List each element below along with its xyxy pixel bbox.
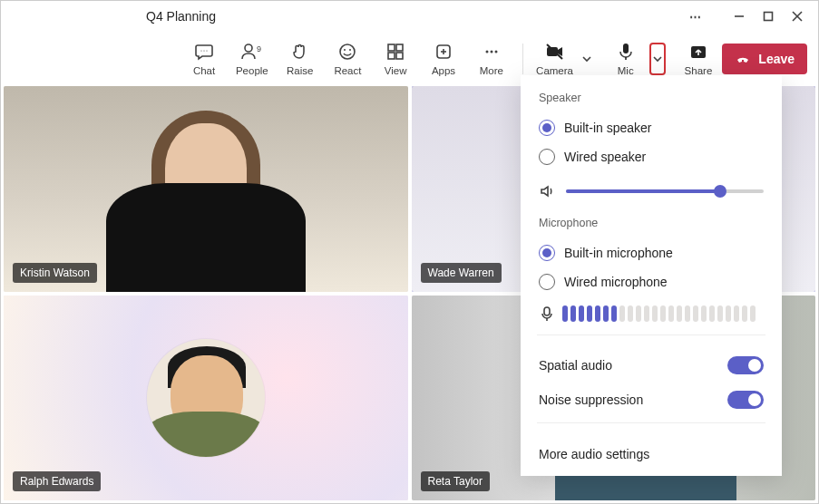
window-title: Q4 Planning: [146, 9, 216, 24]
mic-section-label: Microphone: [539, 217, 764, 229]
raise-hand-button[interactable]: Raise: [276, 42, 324, 76]
svg-point-5: [203, 50, 204, 51]
mic-option[interactable]: Built-in microphone: [539, 238, 764, 267]
camera-dropdown[interactable]: [579, 43, 595, 75]
radio-unselected-icon: [539, 274, 555, 290]
view-label: View: [385, 65, 407, 76]
chat-button[interactable]: Chat: [180, 42, 229, 76]
audio-settings-panel: Speaker Built-in speaker Wired speaker M…: [521, 75, 782, 476]
svg-rect-12: [396, 44, 403, 51]
radio-unselected-icon: [539, 149, 555, 165]
svg-point-7: [245, 44, 252, 52]
svg-point-9: [344, 49, 346, 51]
svg-rect-23: [623, 44, 629, 53]
speaker-option[interactable]: Wired speaker: [539, 142, 764, 171]
view-button[interactable]: View: [372, 42, 420, 76]
participant-name-badge: Wade Warren: [421, 263, 502, 283]
people-count: 9: [257, 44, 261, 53]
mic-dropdown[interactable]: [649, 43, 666, 75]
mic-level-icon: [539, 305, 555, 322]
react-button[interactable]: React: [324, 42, 372, 76]
svg-rect-13: [388, 53, 395, 59]
people-button[interactable]: 9 People: [228, 42, 276, 76]
svg-rect-26: [544, 307, 550, 315]
speaker-option-label: Built-in speaker: [564, 121, 652, 135]
svg-rect-14: [396, 53, 403, 59]
react-label: React: [334, 65, 361, 76]
svg-point-20: [494, 51, 497, 53]
mic-option[interactable]: Wired microphone: [539, 267, 764, 296]
svg-point-18: [485, 51, 488, 53]
leave-button[interactable]: Leave: [722, 44, 807, 74]
spatial-audio-label: Spatial audio: [539, 358, 612, 373]
mic-option-label: Built-in microphone: [564, 246, 673, 260]
share-button[interactable]: Share: [675, 42, 723, 76]
radio-selected-icon: [539, 120, 555, 136]
volume-icon: [539, 182, 557, 200]
volume-slider[interactable]: [566, 189, 764, 193]
avatar: [147, 339, 265, 457]
more-label: More: [480, 65, 503, 76]
svg-point-4: [200, 50, 201, 51]
participant-name-badge: Kristin Watson: [13, 263, 97, 283]
more-options-icon[interactable]: ⋯: [689, 10, 702, 23]
speaker-option-label: Wired speaker: [564, 150, 646, 164]
spatial-audio-toggle[interactable]: [727, 356, 764, 374]
hangup-icon: [735, 51, 751, 67]
chat-label: Chat: [193, 65, 215, 76]
mic-option-label: Wired microphone: [564, 275, 668, 289]
close-icon[interactable]: [791, 10, 804, 23]
noise-suppression-toggle[interactable]: [727, 391, 764, 409]
minimize-icon[interactable]: [733, 10, 746, 23]
svg-rect-11: [388, 44, 395, 51]
maximize-icon[interactable]: [762, 10, 775, 23]
mic-level-meter: [562, 305, 764, 322]
raise-label: Raise: [287, 65, 313, 76]
participant-tile[interactable]: Kristin Watson: [4, 86, 408, 292]
svg-point-6: [206, 50, 207, 51]
noise-suppression-label: Noise suppression: [539, 393, 643, 407]
participant-name-badge: Ralph Edwards: [13, 471, 101, 491]
svg-rect-1: [765, 13, 773, 21]
mic-button[interactable]: Mic: [601, 42, 649, 76]
more-audio-settings-link[interactable]: More audio settings: [539, 436, 764, 461]
more-button[interactable]: More: [467, 42, 515, 76]
radio-selected-icon: [539, 245, 555, 261]
svg-point-19: [490, 51, 492, 53]
toolbar-separator: [522, 44, 523, 74]
speaker-option[interactable]: Built-in speaker: [539, 113, 764, 142]
apps-label: Apps: [432, 65, 455, 76]
participant-name-badge: Reta Taylor: [421, 471, 490, 491]
participant-tile[interactable]: Ralph Edwards: [4, 296, 408, 501]
speaker-section-label: Speaker: [539, 92, 764, 104]
svg-point-8: [340, 44, 355, 59]
people-label: People: [236, 65, 268, 76]
leave-label: Leave: [758, 52, 795, 66]
apps-button[interactable]: Apps: [420, 42, 468, 76]
titlebar: Q4 Planning ⋯: [1, 1, 818, 32]
svg-point-10: [349, 49, 351, 51]
camera-button[interactable]: Camera: [531, 42, 579, 76]
